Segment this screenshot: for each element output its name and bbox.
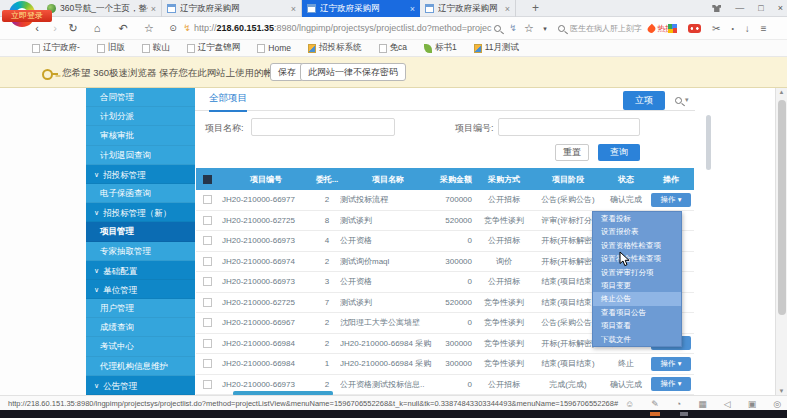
login-badge[interactable]: 立即登录 bbox=[2, 10, 52, 22]
url-text[interactable]: http://218.60.151.35:8980/lngpimp/projec… bbox=[194, 17, 491, 40]
sidebar-item[interactable]: 成绩查询 bbox=[86, 318, 195, 337]
close-window-button[interactable]: × bbox=[778, 0, 783, 17]
minimize-button[interactable]: — bbox=[735, 0, 744, 17]
hot-search-keyword[interactable]: 医生在病人肝上刻字 bbox=[570, 23, 642, 34]
bookmark-item[interactable]: 旧版 bbox=[97, 42, 125, 54]
new-tab-button[interactable]: + bbox=[532, 1, 539, 15]
row-checkbox[interactable] bbox=[203, 236, 212, 245]
sidebar-item[interactable]: ∨单位管理 bbox=[86, 280, 195, 299]
row-checkbox[interactable] bbox=[203, 298, 212, 307]
sidebar-item[interactable]: 审核审批 bbox=[86, 126, 195, 145]
skin-icon[interactable] bbox=[712, 5, 721, 12]
screenshot-scissors-icon[interactable]: ✂ bbox=[712, 23, 720, 34]
clock-icon[interactable]: ◔ bbox=[676, 399, 681, 409]
panel-vscrollbar-thumb[interactable] bbox=[706, 115, 711, 170]
menu-item[interactable]: 设置报价表 bbox=[593, 225, 681, 238]
sidebar-item[interactable]: ∨招投标管理（新） bbox=[86, 203, 195, 222]
row-checkbox[interactable] bbox=[203, 318, 212, 327]
brush-icon[interactable]: ✎ bbox=[651, 399, 659, 409]
tab-close-icon[interactable]: × bbox=[291, 4, 296, 14]
bookmark-item[interactable]: 辽宁盘锦网 bbox=[187, 42, 241, 54]
apps-grid-icon[interactable] bbox=[668, 24, 677, 33]
sidebar-item[interactable]: 项目管理 bbox=[86, 222, 195, 241]
face-icon[interactable]: ☺ bbox=[625, 399, 634, 409]
download-icon[interactable]: ↓ bbox=[745, 23, 750, 34]
box-icon[interactable]: ▦ bbox=[698, 399, 707, 409]
sidebar-item[interactable]: 代理机构信息维护 bbox=[86, 357, 195, 376]
bookmark-item[interactable]: 11月测试 bbox=[474, 42, 519, 54]
vertical-scrollbar[interactable]: ▲ ▼ bbox=[775, 88, 787, 395]
bookmark-item[interactable]: 鞍山 bbox=[142, 42, 170, 54]
menu-item[interactable]: 下载文件 bbox=[593, 333, 681, 346]
row-checkbox[interactable] bbox=[203, 359, 212, 368]
row-checkbox[interactable] bbox=[203, 380, 212, 389]
menu-item[interactable]: 终止公告 bbox=[593, 292, 681, 305]
bookmark-item[interactable]: 免ca bbox=[379, 42, 407, 54]
sidebar-item[interactable]: ∨基础配置 bbox=[86, 261, 195, 280]
project-name-input[interactable] bbox=[251, 118, 395, 136]
zoom-icon[interactable]: ◎ bbox=[773, 399, 781, 409]
scroll-up-icon[interactable]: ▲ bbox=[776, 89, 787, 95]
favorite-star-icon[interactable]: ☆ bbox=[142, 17, 156, 40]
bookmark-item[interactable]: 辽宁政府- bbox=[32, 42, 80, 54]
select-all-checkbox[interactable] bbox=[203, 175, 212, 184]
row-checkbox[interactable] bbox=[203, 257, 212, 266]
browser-tab[interactable]: 360导航_一个主页，整个世界× bbox=[42, 0, 162, 17]
speed-mode-icon[interactable]: ↯ bbox=[180, 17, 194, 40]
bookmark-item[interactable]: 标书1 bbox=[424, 42, 457, 54]
sidebar-item[interactable]: ∨公告管理 bbox=[86, 376, 195, 395]
menu-item[interactable]: 查看投标 bbox=[593, 212, 681, 225]
sidebar-item[interactable]: 考试中心 bbox=[86, 337, 195, 356]
menu-item[interactable]: 项目变更 bbox=[593, 279, 681, 292]
browser-tab[interactable]: 辽宁政府采购网× bbox=[162, 0, 302, 17]
row-checkbox[interactable] bbox=[203, 195, 212, 204]
menu-item[interactable]: 查看项目公告 bbox=[593, 306, 681, 319]
row-checkbox[interactable] bbox=[203, 216, 212, 225]
menu-item[interactable]: 项目查看 bbox=[593, 319, 681, 332]
menu-item[interactable]: 设置评审打分项 bbox=[593, 266, 681, 279]
reload-button[interactable]: ↻ bbox=[66, 17, 80, 40]
row-checkbox[interactable] bbox=[203, 339, 212, 348]
sidebar-item[interactable]: 合同管理 bbox=[86, 88, 195, 107]
sidebar-item[interactable]: 电子保函查询 bbox=[86, 184, 195, 203]
row-checkbox[interactable] bbox=[203, 277, 212, 286]
sidebar-item[interactable]: 专家抽取管理 bbox=[86, 242, 195, 261]
create-project-button[interactable]: 立项 bbox=[623, 91, 665, 110]
tab-close-icon[interactable]: × bbox=[151, 4, 156, 14]
menu-item[interactable]: 设置资格性检查项 bbox=[593, 239, 681, 252]
restore-button[interactable]: □ bbox=[758, 0, 763, 17]
action-button[interactable]: 操作 ▾ bbox=[651, 193, 691, 207]
scroll-down-icon[interactable]: ▼ bbox=[776, 388, 787, 394]
browser-tab[interactable]: 辽宁政府采购网× bbox=[420, 0, 516, 17]
hot-search-box[interactable]: 医生在病人肝上刻字 热搜 bbox=[558, 17, 673, 40]
never-save-button[interactable]: 此网站一律不保存密码 bbox=[300, 63, 406, 81]
home-button[interactable]: ⌂ bbox=[90, 17, 104, 40]
tab-close-icon[interactable]: × bbox=[505, 4, 510, 14]
compat-mode-icon[interactable]: ↯ bbox=[506, 17, 520, 40]
bookmark-star-icon[interactable]: ☆ bbox=[522, 17, 536, 40]
tab-all-projects[interactable]: 全部项目 bbox=[209, 92, 247, 112]
url-search-icon[interactable] bbox=[490, 17, 504, 40]
browser-tab[interactable]: 辽宁政府采购网× bbox=[302, 0, 420, 17]
sidebar-item[interactable]: 用户管理 bbox=[86, 299, 195, 318]
panel-search-toggle[interactable]: ▾ bbox=[675, 96, 689, 104]
speaker-icon[interactable]: ◁ bbox=[724, 399, 731, 409]
undo-button[interactable]: ↶ bbox=[116, 17, 130, 40]
gamepad-icon[interactable] bbox=[688, 24, 701, 33]
query-button[interactable]: 查询 bbox=[598, 144, 640, 161]
project-code-input[interactable] bbox=[498, 118, 640, 136]
save-password-button[interactable]: 保存 bbox=[270, 63, 304, 81]
bookmark-item[interactable]: Home bbox=[257, 43, 291, 53]
reset-button[interactable]: 重置 bbox=[555, 144, 589, 161]
menu-item[interactable]: 设置符合性检查项 bbox=[593, 252, 681, 265]
url-dropdown-icon[interactable]: ▾ bbox=[538, 17, 552, 40]
bookmark-item[interactable]: 招投标系统 bbox=[308, 42, 362, 54]
site-info-icon[interactable]: ⊙ bbox=[166, 17, 180, 40]
main-menu-icon[interactable]: ≡ bbox=[761, 23, 767, 34]
action-button[interactable]: 操作 ▾ bbox=[651, 377, 691, 391]
scrollbar-thumb[interactable] bbox=[778, 100, 786, 315]
window-icon[interactable]: ▣ bbox=[748, 399, 757, 409]
sidebar-item[interactable]: ∨招投标管理 bbox=[86, 165, 195, 184]
sidebar-item[interactable]: 计划退回查询 bbox=[86, 146, 195, 165]
action-button[interactable]: 操作 ▾ bbox=[651, 357, 691, 371]
